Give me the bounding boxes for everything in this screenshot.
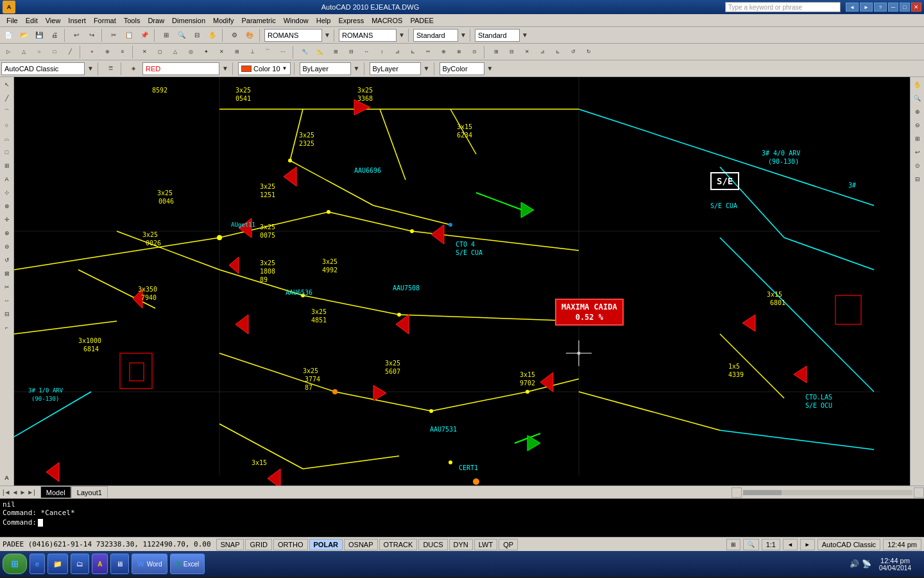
extra-7[interactable]: ⊿ (390, 45, 404, 59)
snap-cen-btn[interactable]: ◎ (184, 45, 198, 59)
draw-poly-btn[interactable]: ⌒ (1, 105, 13, 118)
font-drop-arrow-1[interactable]: ▼ (323, 28, 331, 42)
search-box[interactable]: Type a keyword or phrase (725, 2, 841, 12)
status-icons-2[interactable]: 🔍 (743, 539, 759, 550)
plotstyle-arrow[interactable]: ▼ (486, 62, 494, 76)
menu-view[interactable]: View (42, 15, 65, 26)
trim-btn[interactable]: ✂ (1, 281, 13, 293)
scale-btn[interactable]: 1:1 (762, 539, 780, 550)
modify-5[interactable]: ⊾ (551, 45, 565, 59)
zoom-prev-btn[interactable]: ⊟ (190, 28, 204, 42)
snap-off-btn[interactable]: ✕ (137, 45, 151, 59)
extra-11[interactable]: ⊗ (452, 45, 466, 59)
zoom-extents-btn[interactable]: ⊞ (159, 28, 173, 42)
layer-manager-btn[interactable]: ☰ (103, 62, 117, 76)
draw-dim-btn[interactable]: ⊹ (1, 186, 13, 199)
r-orbit-btn[interactable]: ⊙ (911, 159, 924, 172)
rotate-btn[interactable]: ↺ (1, 254, 13, 267)
style-drop-arrow-1[interactable]: ▼ (459, 28, 467, 42)
tool-1[interactable]: ▷ (1, 45, 15, 59)
undo-btn[interactable]: ↩ (69, 28, 83, 42)
plotstyle-dropdown[interactable]: ByColor (440, 62, 484, 75)
layer-arrow[interactable]: ▼ (221, 62, 229, 76)
tray-icon-1[interactable]: 🔊 (850, 559, 859, 568)
modify-3[interactable]: ✕ (520, 45, 534, 59)
extra-1[interactable]: 🔧 (298, 45, 312, 59)
extra-8[interactable]: ⊾ (406, 45, 420, 59)
extra-10[interactable]: ⊕ (436, 45, 450, 59)
draw-circle-btn[interactable]: ○ (1, 119, 13, 132)
r-zoom-prev-btn[interactable]: ↩ (911, 146, 924, 159)
extend-btn[interactable]: ↔ (1, 294, 13, 307)
extra-5[interactable]: ↔ (359, 45, 373, 59)
workspace-status-btn[interactable]: AutoCAD Classic (817, 539, 880, 550)
plot-btn[interactable]: 🖨 (47, 28, 62, 42)
status-icons-1[interactable]: ⊞ (726, 539, 740, 550)
status-icons-4[interactable]: ► (800, 539, 815, 550)
workspace-dropdown[interactable]: AutoCAD Classic (1, 62, 85, 75)
properties-btn[interactable]: ⚙ (227, 28, 241, 42)
menu-insert[interactable]: Insert (64, 15, 90, 26)
menu-edit[interactable]: Edit (22, 15, 42, 26)
menu-tools[interactable]: Tools (120, 15, 144, 26)
draw-hatch-btn[interactable]: ⊞ (1, 159, 13, 172)
nav-forward[interactable]: ► (860, 3, 873, 12)
font-dropdown-1[interactable]: ROMANS (264, 29, 322, 42)
tab-first-btn[interactable]: |◄ (3, 489, 11, 496)
r-zoom-out-btn[interactable]: ⊖ (911, 119, 924, 132)
hscroll-thumb[interactable] (743, 490, 782, 495)
draw-rect-btn[interactable]: □ (1, 146, 13, 159)
menu-format[interactable]: Format (90, 15, 120, 26)
taskbar-ie[interactable]: e (30, 554, 45, 574)
extra-4[interactable]: ⊟ (344, 45, 358, 59)
modify-4[interactable]: ⊿ (535, 45, 549, 59)
close-btn[interactable]: ✕ (911, 3, 921, 12)
snap-int-btn[interactable]: ✕ (214, 45, 228, 59)
r-zoom-in-btn[interactable]: ⊕ (911, 105, 924, 118)
tab-model[interactable]: Model (40, 486, 71, 498)
tab-next-btn[interactable]: ► (19, 489, 26, 496)
snap-near-btn[interactable]: ⋯ (276, 45, 290, 59)
style-dropdown-2[interactable]: Standard (475, 29, 520, 42)
font-drop-arrow-2[interactable]: ▼ (398, 28, 406, 42)
extra-2[interactable]: 📐 (313, 45, 327, 59)
snap-tan-btn[interactable]: ⌒ (261, 45, 275, 59)
redo-btn[interactable]: ↪ (85, 28, 99, 42)
tool-3[interactable]: ○ (32, 45, 46, 59)
tool-8[interactable]: ≡ (116, 45, 130, 59)
menu-macros[interactable]: MACROS (368, 15, 406, 26)
tool-4[interactable]: □ (47, 45, 62, 59)
modify-7[interactable]: ↻ (581, 45, 595, 59)
fillet-btn[interactable]: ⌐ (1, 321, 13, 334)
maximize-btn[interactable]: □ (900, 3, 910, 12)
menu-padee[interactable]: PADEE (406, 15, 437, 26)
tool-7[interactable]: ⊕ (100, 45, 114, 59)
layer-dropdown[interactable]: RED (142, 62, 219, 75)
hscroll-track[interactable] (743, 490, 912, 495)
mirror-btn[interactable]: ⊜ (1, 240, 13, 253)
drawing-canvas[interactable]: 8592 3x25 0541 3x25 3368 3x25 2325 AAU66… (14, 77, 910, 486)
status-icons-3[interactable]: ◄ (783, 539, 798, 550)
tool-6[interactable]: ⌖ (85, 45, 99, 59)
r-pan-btn[interactable]: ✋ (911, 78, 924, 91)
menu-help[interactable]: Help (312, 15, 335, 26)
r-zoom-ext-btn[interactable]: ⊞ (911, 132, 924, 145)
move-btn[interactable]: ✛ (1, 213, 13, 226)
snap-end-btn[interactable]: ◻ (153, 45, 167, 59)
paste-btn[interactable]: 📌 (137, 28, 151, 42)
zoom-window-btn[interactable]: 🔍 (175, 28, 189, 42)
taskbar-excel[interactable]: X Excel (170, 554, 205, 574)
taskbar-folder[interactable]: 🗂 (71, 554, 89, 574)
taskbar-word[interactable]: W Word (132, 554, 167, 574)
modify-1[interactable]: ⊞ (489, 45, 503, 59)
taskbar-explorer[interactable]: 📁 (47, 554, 68, 574)
dyn-toggle[interactable]: DYN (449, 539, 473, 550)
taskbar-autocad[interactable]: A (92, 554, 108, 574)
lineweight-arrow[interactable]: ▼ (423, 62, 431, 76)
matchprop-btn[interactable]: 🎨 (243, 28, 257, 42)
otrack-toggle[interactable]: OTRACK (379, 539, 418, 550)
style-dropdown-1[interactable]: Standard (413, 29, 458, 42)
open-btn[interactable]: 📂 (17, 28, 31, 42)
qp-toggle[interactable]: QP (499, 539, 518, 550)
tab-last-btn[interactable]: ►| (27, 489, 35, 496)
